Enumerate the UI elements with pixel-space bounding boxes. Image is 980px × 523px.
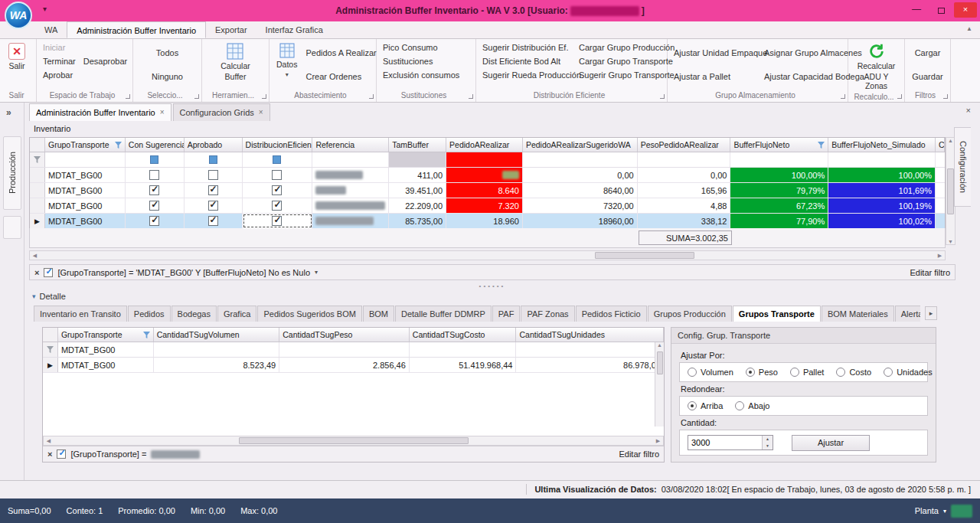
dialog-launcher-icon[interactable] bbox=[660, 94, 665, 99]
cell-referencia[interactable] bbox=[312, 198, 389, 213]
cell-tam[interactable]: 411,00 bbox=[389, 168, 446, 182]
cell-bfn[interactable]: 77,90% bbox=[730, 214, 828, 228]
filter-cell-peso[interactable] bbox=[638, 152, 731, 167]
checkbox[interactable] bbox=[208, 185, 218, 195]
radio-arriba[interactable]: Arriba bbox=[688, 401, 723, 410]
exclusion-consumos-button[interactable]: Exclusión consumos bbox=[379, 68, 463, 82]
datos-button[interactable]: Datos ▾ bbox=[272, 41, 302, 89]
dialog-launcher-icon[interactable] bbox=[369, 94, 374, 99]
checkbox[interactable] bbox=[272, 170, 282, 180]
indeterminate-checkbox[interactable] bbox=[150, 155, 158, 164]
sugerir-grupo-transporte-button[interactable]: Sugerir Grupo Transporte bbox=[575, 68, 678, 82]
radio-peso[interactable]: Peso bbox=[746, 368, 778, 377]
ribbon-tab-exportar[interactable]: Exportar bbox=[206, 21, 256, 38]
cell-referencia[interactable] bbox=[312, 214, 389, 228]
column-header-pedido-sugerido[interactable]: PedidoARealizarSugeridoWA bbox=[523, 138, 638, 152]
aprobar-button[interactable]: Aprobar bbox=[39, 68, 131, 82]
table-row[interactable]: MDTAT_BG00 411,00 0,00 0,00 100,00% 100,… bbox=[30, 168, 945, 183]
column-header-tam-buffer[interactable]: TamBuffer bbox=[389, 138, 446, 152]
filter-cell-grupo[interactable]: MDTAT_BG00 bbox=[58, 342, 154, 357]
ajustar-unidad-empaque-button[interactable]: Ajustar Unidad Empaque bbox=[670, 46, 760, 60]
iniciar-button[interactable]: Iniciar bbox=[39, 41, 131, 54]
cell-peso[interactable]: 4,88 bbox=[638, 198, 731, 213]
filter-cell-con[interactable] bbox=[126, 152, 185, 167]
cell-con[interactable] bbox=[126, 168, 185, 182]
cell-tam[interactable]: 85.735,00 bbox=[389, 214, 446, 228]
detalle-header[interactable]: ▾ Detalle bbox=[32, 292, 66, 301]
scroll-left-icon[interactable]: ◀ bbox=[30, 253, 40, 259]
filter-cell-sim[interactable] bbox=[828, 152, 936, 167]
checkbox[interactable] bbox=[208, 201, 218, 211]
tab-pedidos-ficticio[interactable]: Pedidos Ficticio bbox=[576, 306, 647, 322]
cell-grupo[interactable]: MDTAT_BG00 bbox=[58, 358, 154, 372]
doc-tab-configuracion-grids[interactable]: Configuracion Grids × bbox=[173, 103, 270, 121]
filter-cell-sugerido[interactable] bbox=[523, 152, 638, 167]
filter-enabled-checkbox[interactable] bbox=[44, 268, 53, 277]
salir-button[interactable]: ✕ Salir bbox=[4, 41, 30, 89]
sidebar-expand-icon[interactable]: » bbox=[6, 107, 11, 118]
filter-cell-tam[interactable] bbox=[389, 152, 446, 167]
tab-bom-materiales[interactable]: BOM Materiales bbox=[822, 306, 894, 322]
scroll-right-icon[interactable]: ▶ bbox=[653, 438, 663, 444]
column-header-bfn-simulado[interactable]: BufferFlujoNeto_Simulado bbox=[828, 138, 936, 152]
scrollbar-thumb[interactable] bbox=[239, 437, 469, 444]
cargar-grupo-produccion-button[interactable]: Cargar Grupo Producción bbox=[575, 41, 678, 54]
tab-paf-zonas[interactable]: PAF Zonas bbox=[521, 306, 574, 322]
crear-ordenes-button[interactable]: Crear Ordenes bbox=[302, 70, 380, 83]
column-header-grupo-transporte[interactable]: GrupoTransporte bbox=[58, 328, 154, 342]
filter-cell-costo[interactable] bbox=[410, 342, 517, 357]
editar-filtro-link[interactable]: Editar filtro bbox=[619, 449, 659, 459]
scrollbar-thumb[interactable] bbox=[595, 252, 694, 259]
dialog-launcher-icon[interactable] bbox=[262, 94, 266, 99]
recalcular-adu-button[interactable]: Recalcular ADU Y Zonas bbox=[851, 41, 902, 90]
filter-expression[interactable]: [GrupoTransporte] = bbox=[70, 449, 146, 459]
sustituciones-button[interactable]: Sustituciones bbox=[379, 54, 463, 68]
dialog-launcher-icon[interactable] bbox=[943, 94, 948, 99]
checkbox[interactable] bbox=[149, 170, 159, 180]
radio-unidades[interactable]: Unidades bbox=[884, 368, 932, 377]
tab-grupos-produccion[interactable]: Grupos Producción bbox=[648, 306, 732, 322]
filter-cell-unidades[interactable] bbox=[516, 342, 664, 357]
splitter-handle[interactable]: •••••• bbox=[29, 283, 956, 289]
checkbox[interactable] bbox=[208, 170, 218, 180]
column-header-aprobado[interactable]: Aprobado bbox=[185, 138, 243, 152]
cell-sugerido[interactable]: 8640,00 bbox=[523, 183, 638, 198]
cell-grupo[interactable]: MDTAT_BG00 bbox=[45, 168, 126, 182]
filter-enabled-checkbox[interactable] bbox=[57, 449, 66, 459]
column-header-costo[interactable]: CantidadTSugCosto bbox=[410, 328, 517, 342]
dialog-launcher-icon[interactable] bbox=[194, 94, 199, 99]
dialog-launcher-icon[interactable] bbox=[841, 94, 845, 99]
tab-paf[interactable]: PAF bbox=[492, 306, 521, 322]
table-row[interactable]: MDTAT_BG00 39.451,00 8.640 8640,00 165,9… bbox=[30, 183, 945, 198]
cell-con[interactable] bbox=[126, 183, 185, 198]
cell-bfn[interactable]: 67,23% bbox=[730, 198, 828, 213]
column-header-peso-pedido[interactable]: PesoPedidoARealizar bbox=[638, 138, 731, 152]
cell-pedido[interactable]: 8.640 bbox=[446, 183, 523, 198]
cell-referencia[interactable] bbox=[312, 168, 389, 182]
cell-dist[interactable] bbox=[243, 183, 313, 198]
radio-pallet[interactable]: Pallet bbox=[790, 368, 825, 377]
terminar-button[interactable]: Terminar bbox=[39, 54, 80, 68]
tab-pedidos-sugeridos-bom[interactable]: Pedidos Sugeridos BOM bbox=[257, 306, 361, 322]
cell-grupo[interactable]: MDTAT_BG00 bbox=[45, 198, 126, 213]
cell-bfn[interactable]: 100,00% bbox=[730, 168, 828, 182]
scroll-down-icon[interactable]: ▼ bbox=[946, 239, 956, 244]
close-document-icon[interactable]: × bbox=[966, 106, 971, 115]
cell-peso[interactable]: 2.856,46 bbox=[279, 358, 410, 372]
filter-funnel-icon[interactable] bbox=[115, 142, 122, 149]
tab-alerta-inventario[interactable]: Alerta Inventario Proyecta bbox=[895, 306, 920, 322]
cell-pedido[interactable]: 18.960 bbox=[446, 214, 523, 228]
desaprobar-button[interactable]: Desaprobar bbox=[80, 54, 131, 68]
doc-tab-admin-buffer[interactable]: Administración Buffer Inventario × bbox=[29, 103, 172, 121]
filter-cell-aprobado[interactable] bbox=[185, 152, 243, 167]
collapse-arrow-icon[interactable]: ▾ bbox=[32, 293, 36, 300]
cell-grupo[interactable]: MDTAT_BG00 bbox=[45, 214, 126, 228]
editar-filtro-link[interactable]: Editar filtro bbox=[910, 268, 950, 277]
cell-dist-focused[interactable] bbox=[243, 214, 313, 228]
cell-referencia[interactable] bbox=[312, 183, 389, 198]
cell-bfn[interactable]: 79,79% bbox=[730, 183, 828, 198]
cell-aprobado[interactable] bbox=[185, 198, 243, 213]
ribbon-tab-wa[interactable]: WA bbox=[35, 21, 67, 38]
checkbox[interactable] bbox=[272, 216, 282, 226]
column-header-buffer-flujo-neto[interactable]: BufferFlujoNeto bbox=[730, 138, 828, 152]
